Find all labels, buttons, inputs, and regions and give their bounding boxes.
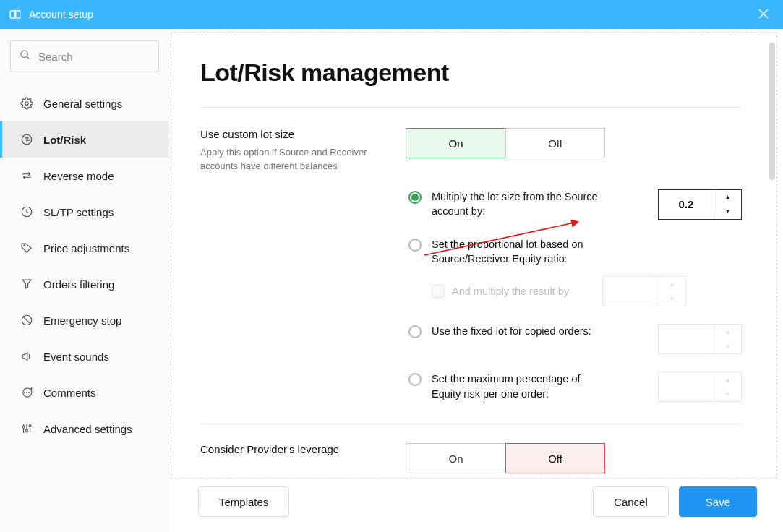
custom-lot-toggle-off[interactable]: Off — [505, 128, 605, 158]
custom-lot-sublabel: Apply this option if Source and Receiver… — [200, 146, 388, 173]
divider — [200, 424, 742, 424]
sidebar-item-sl-tp-settings[interactable]: SL/TP settings — [0, 194, 169, 230]
svg-point-6 — [25, 102, 29, 106]
sidebar-item-comments[interactable]: Comments — [0, 374, 169, 411]
proportional-stepper[interactable]: ▲ ▼ — [602, 276, 686, 306]
proportional-sublabel: And multiply the result by — [452, 286, 569, 297]
funnel-icon — [20, 278, 33, 291]
radio-multiply[interactable] — [408, 191, 422, 204]
sidebar-item-label: Emergency stop — [43, 314, 121, 327]
sidebar-item-label: General settings — [43, 98, 122, 110]
proportional-subcheckbox[interactable] — [432, 285, 445, 298]
sidebar-item-label: Reverse mode — [43, 170, 114, 182]
chat-icon — [20, 386, 33, 399]
svg-point-14 — [29, 392, 30, 393]
search-input[interactable] — [10, 40, 159, 72]
dollar-circle-icon — [20, 133, 33, 146]
max-equity-stepper[interactable]: ▲ ▼ — [658, 372, 742, 402]
multiply-stepper[interactable]: ▲ ▼ — [658, 189, 742, 220]
proportional-value[interactable] — [603, 277, 658, 306]
sidebar-item-reverse-mode[interactable]: Reverse mode — [0, 158, 169, 194]
option-multiply: Multiply the lot size from the Source ac… — [408, 189, 742, 220]
stepper-down-icon[interactable]: ▼ — [714, 387, 741, 401]
sidebar-item-label: Comments — [43, 387, 96, 399]
radio-proportional[interactable] — [408, 239, 422, 252]
sidebar-item-label: Price adjustments — [43, 242, 129, 254]
custom-lot-label: Use custom lot size — [200, 128, 388, 140]
svg-rect-0 — [10, 11, 14, 19]
radio-fixed[interactable] — [408, 325, 422, 338]
stepper-down-icon[interactable]: ▼ — [714, 339, 741, 353]
sidebar-item-price-adjustments[interactable]: Price adjustments — [0, 230, 169, 266]
stepper-up-icon[interactable]: ▲ — [714, 325, 741, 339]
radio-max-equity-label: Set the maximum percentage of Equity ris… — [432, 372, 598, 401]
radio-max-equity[interactable] — [408, 373, 422, 386]
sidebar-nav: General settings Lot/Risk Reverse mode S… — [0, 85, 169, 447]
sliders-icon — [20, 422, 33, 435]
svg-point-13 — [27, 392, 27, 393]
fixed-value[interactable] — [659, 325, 714, 353]
svg-point-20 — [29, 425, 31, 427]
footer: Templates Cancel Save — [169, 479, 783, 532]
custom-lot-toggle-on[interactable]: On — [406, 128, 505, 158]
templates-button[interactable]: Templates — [198, 486, 289, 517]
tag-icon — [20, 241, 33, 254]
sidebar-item-label: Lot/Risk — [43, 134, 86, 146]
custom-lot-toggle[interactable]: On Off — [406, 128, 605, 158]
volume-icon — [20, 350, 33, 363]
save-button[interactable]: Save — [679, 486, 757, 517]
sidebar-item-lot-risk[interactable]: Lot/Risk — [0, 121, 169, 158]
sidebar-item-label: Advanced settings — [43, 423, 132, 435]
stepper-down-icon[interactable]: ▼ — [659, 291, 685, 306]
svg-rect-1 — [16, 11, 20, 19]
clock-icon — [20, 205, 33, 218]
provider-leverage-label: Consider Provider's leverage — [200, 443, 388, 455]
app-icon — [9, 8, 22, 21]
stepper-up-icon[interactable]: ▲ — [714, 190, 741, 205]
sidebar: General settings Lot/Risk Reverse mode S… — [0, 29, 169, 532]
stepper-up-icon[interactable]: ▲ — [659, 277, 685, 291]
sidebar-item-emergency-stop[interactable]: Emergency stop — [0, 302, 169, 338]
ban-icon — [20, 314, 33, 327]
scrollbar-thumb[interactable] — [769, 43, 775, 180]
svg-line-5 — [27, 56, 29, 59]
sidebar-item-event-sounds[interactable]: Event sounds — [0, 338, 169, 374]
window-title: Account setup — [29, 9, 93, 20]
svg-point-9 — [24, 245, 25, 246]
radio-fixed-label: Use the fixed lot for copied orders: — [432, 324, 598, 338]
option-proportional: Set the proportional lot based on Source… — [408, 237, 742, 307]
provider-leverage-toggle[interactable]: On Off — [406, 443, 605, 473]
sidebar-item-label: SL/TP settings — [43, 206, 114, 218]
sidebar-item-general-settings[interactable]: General settings — [0, 85, 169, 121]
sidebar-item-advanced-settings[interactable]: Advanced settings — [0, 411, 169, 447]
main-content: Lot/Risk management Use custom lot size … — [169, 29, 783, 532]
titlebar: Account setup — [0, 0, 783, 29]
svg-point-18 — [26, 429, 28, 432]
swap-icon — [20, 169, 33, 182]
provider-leverage-toggle-off[interactable]: Off — [505, 443, 605, 473]
fixed-stepper[interactable]: ▲ ▼ — [658, 324, 742, 354]
svg-point-16 — [22, 426, 25, 428]
svg-point-12 — [25, 392, 25, 393]
search-icon — [20, 49, 31, 64]
sidebar-item-label: Orders filtering — [43, 278, 114, 291]
option-fixed: Use the fixed lot for copied orders: ▲ ▼ — [408, 324, 742, 354]
cog-icon — [20, 97, 33, 110]
radio-proportional-label: Set the proportional lot based on Source… — [432, 237, 598, 267]
divider — [200, 107, 742, 108]
cancel-button[interactable]: Cancel — [593, 486, 669, 517]
stepper-down-icon[interactable]: ▼ — [714, 205, 741, 219]
max-equity-value[interactable] — [659, 372, 714, 401]
multiply-value[interactable] — [659, 190, 714, 219]
sidebar-item-label: Event sounds — [43, 351, 109, 363]
svg-point-4 — [21, 51, 27, 57]
option-max-equity: Set the maximum percentage of Equity ris… — [408, 372, 742, 402]
svg-line-11 — [23, 317, 30, 324]
close-icon[interactable] — [753, 4, 774, 25]
radio-multiply-label: Multiply the lot size from the Source ac… — [432, 189, 598, 219]
sidebar-item-orders-filtering[interactable]: Orders filtering — [0, 266, 169, 302]
provider-leverage-toggle-on[interactable]: On — [406, 443, 505, 473]
stepper-up-icon[interactable]: ▲ — [714, 372, 741, 387]
page-title: Lot/Risk management — [200, 59, 742, 87]
